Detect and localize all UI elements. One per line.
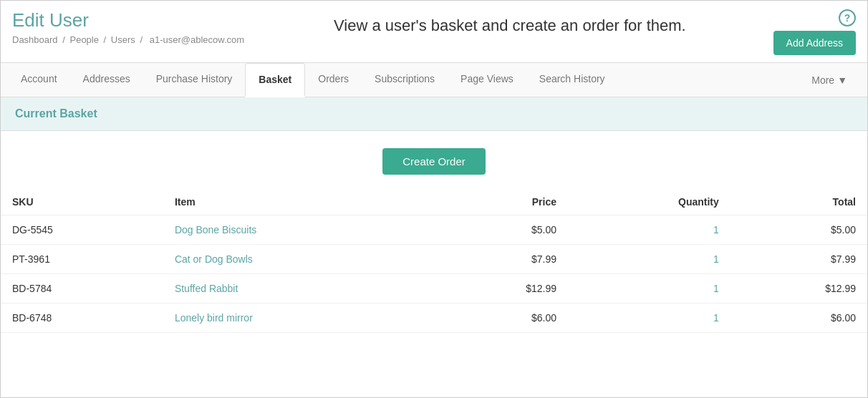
header-description-text: View a user's basket and create an order…	[334, 16, 686, 34]
cell-total: $5.00	[730, 215, 867, 245]
item-link[interactable]: Cat or Dog Bowls	[175, 253, 253, 265]
item-link[interactable]: Lonely bird mirror	[175, 312, 253, 324]
tab-more[interactable]: More ▼	[799, 64, 860, 96]
tab-page-views[interactable]: Page Views	[448, 63, 526, 97]
cell-item: Lonely bird mirror	[163, 304, 431, 333]
cell-sku: PT-3961	[1, 245, 163, 274]
col-total: Total	[730, 189, 867, 215]
breadcrumb-current: a1-user@ablecow.com	[150, 34, 244, 45]
cell-sku: BD-5784	[1, 274, 163, 304]
qty-link[interactable]: 1	[713, 224, 719, 236]
cell-item: Cat or Dog Bowls	[163, 245, 431, 274]
main-content: Current Basket Create Order SKU Item Pri…	[1, 97, 867, 397]
cell-quantity: 1	[568, 304, 730, 333]
cell-total: $6.00	[730, 304, 867, 333]
header-description: View a user's basket and create an order…	[246, 9, 773, 35]
cell-item: Stuffed Rabbit	[163, 274, 431, 304]
header-left: Edit User Dashboard / People / Users / a…	[12, 9, 246, 45]
breadcrumb: Dashboard / People / Users / a1-user@abl…	[12, 34, 246, 45]
page-header: Edit User Dashboard / People / Users / a…	[1, 1, 867, 63]
breadcrumb-people[interactable]: People	[69, 34, 98, 45]
cell-quantity: 1	[568, 274, 730, 304]
add-address-button[interactable]: Add Address	[773, 31, 856, 55]
breadcrumb-users[interactable]: Users	[111, 34, 135, 45]
cell-price: $5.00	[431, 215, 568, 245]
table-row: BD-6748 Lonely bird mirror $6.00 1 $6.00	[1, 304, 867, 333]
cell-quantity: 1	[568, 215, 730, 245]
breadcrumb-dashboard[interactable]: Dashboard	[12, 34, 58, 45]
table-row: PT-3961 Cat or Dog Bowls $7.99 1 $7.99	[1, 245, 867, 274]
col-price: Price	[431, 189, 568, 215]
create-order-button[interactable]: Create Order	[382, 148, 486, 175]
cell-total: $7.99	[730, 245, 867, 274]
create-order-row: Create Order	[1, 131, 867, 189]
qty-link[interactable]: 1	[713, 312, 719, 324]
cell-sku: BD-6748	[1, 304, 163, 333]
cell-price: $12.99	[431, 274, 568, 304]
qty-link[interactable]: 1	[713, 283, 719, 294]
tabs-bar: Account Addresses Purchase History Baske…	[1, 63, 867, 97]
tab-account[interactable]: Account	[8, 63, 70, 97]
cell-sku: DG-5545	[1, 215, 163, 245]
col-sku: SKU	[1, 189, 163, 215]
cell-quantity: 1	[568, 245, 730, 274]
item-link[interactable]: Stuffed Rabbit	[175, 283, 238, 294]
table-row: DG-5545 Dog Bone Biscuits $5.00 1 $5.00	[1, 215, 867, 245]
current-basket-header: Current Basket	[1, 97, 867, 131]
tab-basket[interactable]: Basket	[245, 63, 305, 97]
help-icon[interactable]: ?	[839, 9, 856, 26]
table-header-row: SKU Item Price Quantity Total	[1, 189, 867, 215]
tab-addresses[interactable]: Addresses	[70, 63, 143, 97]
tab-subscriptions[interactable]: Subscriptions	[362, 63, 448, 97]
basket-table: SKU Item Price Quantity Total DG-5545 Do…	[1, 189, 867, 333]
col-item: Item	[163, 189, 431, 215]
qty-link[interactable]: 1	[713, 253, 719, 265]
cell-total: $12.99	[730, 274, 867, 304]
tab-more-label: More	[811, 74, 834, 86]
tab-purchase-history[interactable]: Purchase History	[143, 63, 246, 97]
item-link[interactable]: Dog Bone Biscuits	[175, 224, 256, 236]
cell-price: $6.00	[431, 304, 568, 333]
chevron-down-icon: ▼	[837, 74, 847, 86]
col-quantity: Quantity	[568, 189, 730, 215]
header-right: ? Add Address	[773, 9, 856, 55]
cell-item: Dog Bone Biscuits	[163, 215, 431, 245]
page-title: Edit User	[12, 9, 246, 31]
tab-orders[interactable]: Orders	[305, 63, 362, 97]
cell-price: $7.99	[431, 245, 568, 274]
table-row: BD-5784 Stuffed Rabbit $12.99 1 $12.99	[1, 274, 867, 304]
tab-search-history[interactable]: Search History	[526, 63, 618, 97]
